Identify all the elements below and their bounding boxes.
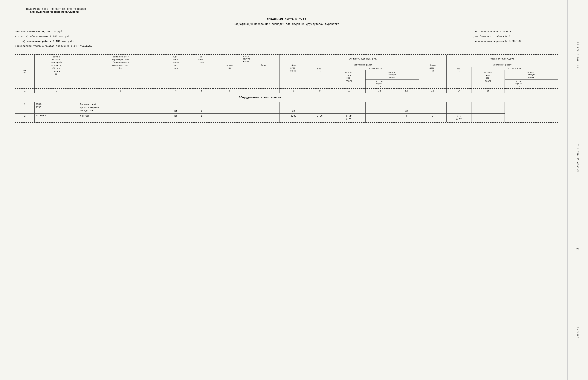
colnum-4: 4 [162,89,190,93]
table-header-row: №№пп Шифр и№ пози-ции прей-скуранта,УСН,… [15,55,558,63]
col-header-unit-cost: Стоимость единицы, руб. [280,55,446,63]
row2-num: 2 [15,113,35,122]
row2-unit: шт [162,113,190,122]
col-header-3: Наименование ихарактеристикаоборудования… [79,55,162,89]
table-row: I I6OI-2355 ДинамическийгромкоговорильIО… [15,102,558,113]
row1-mass-unit [213,102,247,113]
doc-desc: Радиофикация посадочной площадки для люд… [15,23,558,26]
col-header-2: Шифр и№ пози-ции прей-скуранта,УСН,цен-н… [35,55,79,89]
row1-mount-basic [332,102,366,113]
colnum-1: 1 [15,89,35,93]
row2-cost-equip: 3,89 [280,113,307,122]
col-header-expl-sal2 [533,79,558,89]
colnum-12: I2 [394,89,419,93]
col-header-expl2: эксплу-атациямашин [505,70,558,79]
row2-mount-basic: 0,090,OI [332,113,366,122]
row1-unit: шт [162,102,190,113]
colnum-11: II [366,89,394,93]
section-title: Оборудование и его монтаж [15,93,505,102]
col-header-c12: обору-дова-ния [419,63,446,89]
col-header-mount: монтажных работ [307,63,419,67]
row2-mount-total: 2,95 [307,113,332,122]
cost-total: Сметная стоимость 0,196 тыс.руб. [15,29,92,34]
cost-norm: нормативная условно-чистая продукция 0,0… [15,44,92,49]
col-header-c13: все-го [447,67,472,89]
doc-type: ЛОКАЛЬНАЯ СМЕТА № I/II [15,18,558,21]
row1-mount-expl [366,102,394,113]
col-header-incl2: в том числе [472,67,558,70]
comp-line2: для базисного района № I [474,34,521,39]
comp-line1: Составлена в ценах 1984 г. [474,29,521,34]
col-header-expl-sal [394,79,419,89]
col-numbers-row: 1 2 3 4 5 6 7 8 9 IO II I2 I3 I4 I5 [15,89,558,93]
col-header-expl: эксплу-атациямашин [366,70,419,79]
colnum-9: 9 [307,89,332,93]
colnum-15: I5 [472,89,505,93]
row1-qty: I [190,102,213,113]
col-header-mass: Массабруттонетто [213,55,280,63]
row2-mount-expl [366,113,394,122]
side-label-1: ТП: 403-3-425.92 [576,42,579,68]
cost-mount: б) монтажные работы 0,130 тыс.руб. [22,39,92,44]
meta-block: Сметная стоимость 0,196 тыс.руб. в т.ч. … [15,29,558,49]
row1-mount-total [307,102,332,113]
row1-cost-equip: 62 [280,102,307,113]
colnum-8: 8 [280,89,307,93]
colnum-14: I4 [447,89,472,93]
col-header-4: Еди-ницаизме-ре-ния [162,55,190,89]
side-label-2: Альбом № части 1 [576,144,579,172]
colnum-13: I3 [419,89,446,93]
row1-total-basic [447,102,472,113]
row1-mass-total [247,102,280,113]
row2-name: Монтаж [79,113,162,122]
row1-code: I6OI-2355 [35,102,79,113]
colnum-10: IO [332,89,366,93]
col-header-c9: все-го [307,67,332,89]
meta-left: Сметная стоимость 0,196 тыс.руб. в т.ч. … [15,29,92,49]
colnum-6: 6 [213,89,247,93]
table-row: 2 IO-840-5 Монтаж шт I 3,89 2,95 0,090,O… [15,113,558,122]
row1-num: I [15,102,35,113]
col-header-mount2: монтажных работ [447,63,558,67]
col-header-total-cost: Общая стоимость,руб [447,55,558,63]
row2-code: IO-840-5 [35,113,79,122]
meta-right: Составлена в ценах 1984 г. для базисного… [474,29,521,49]
main-table: №№пп Шифр и№ пози-ции прей-скуранта,УСН,… [15,55,558,122]
section-header-row: Оборудование и его монтаж [15,93,558,102]
row1-name: ДинамическийгромкоговорильIОГРД-IУ-6 [79,102,162,113]
header-line1: Подземные депо контактных электровозов [26,7,558,10]
colnum-2: 2 [35,89,79,93]
col-header-mass-unit: едини-цы [213,63,247,89]
col-header-basic-sal2: основ-наязар-плата [472,70,505,89]
cost-equip: в т.ч. а) оборудования 0,066 тыс.руб. [15,34,92,39]
colnum-3: 3 [79,89,162,93]
row1-total-equip: 62 [394,102,419,113]
col-header-expl-total: в т.ч.зарпла-та [366,79,394,89]
side-label-4: 9394/42 [576,327,579,338]
row2-total-equip: 4 [394,113,419,122]
row1-total-expl [472,102,505,113]
colnum-7: 7 [247,89,280,93]
col-header-mass-total: общая [247,63,280,89]
row2-mass-total [247,113,280,122]
col-header-c8: обо-рудо-вания [280,63,307,89]
row2-mass-unit [213,113,247,122]
side-panel: ТП: 403-3-425.92 Альбом № части 1 - 78 -… [568,0,588,380]
header-line2: для рудников черной металлургии [30,10,558,14]
col-header-1: №№пп [15,55,35,89]
col-header-5: Ко-личе-ство [190,55,213,89]
row1-total-mount [419,102,446,113]
col-header-incl: в том числе [332,67,419,70]
col-header-basic-sal: основ-наязар-плата [332,70,366,89]
side-label-3: - 78 - [573,248,582,251]
row2-qty: I [190,113,213,122]
row2-total-basic: 0,I0,OI [447,113,472,122]
comp-line3: на основании чертежа № I-СС-I-3 [474,39,521,44]
row2-total-mount: 3 [419,113,446,122]
row2-total-expl [472,113,505,122]
colnum-5: 5 [190,89,213,93]
col-header-expl-total2: в т.ч.зарпла-та [505,79,533,89]
